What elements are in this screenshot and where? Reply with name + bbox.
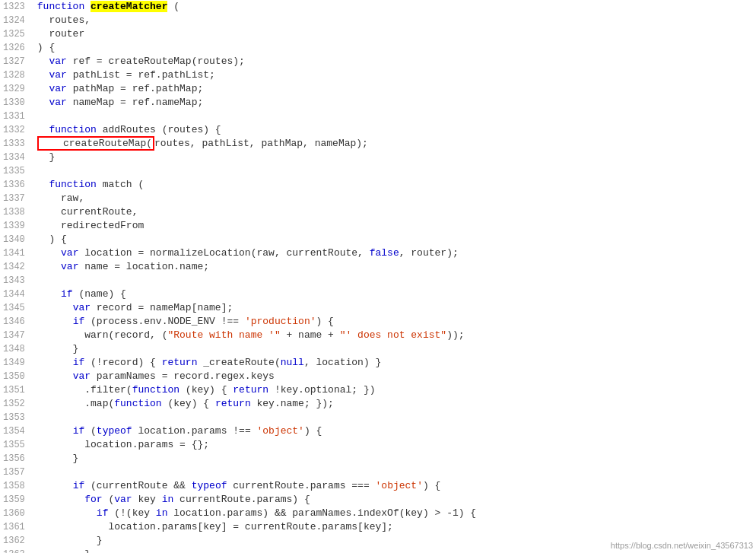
table-row: 1347 warn(record, ("Route with name '" +… — [0, 329, 756, 342]
table-row: 1323function createMatcher ( — [0, 0, 756, 14]
line-number: 1348 — [0, 342, 34, 356]
line-content: if (!(key in location.params) && paramNa… — [34, 507, 756, 520]
line-number: 1338 — [0, 205, 34, 219]
table-row: 1348 } — [0, 342, 756, 356]
line-content: var record = nameMap[name]; — [34, 301, 756, 315]
line-content — [34, 466, 756, 479]
line-number: 1359 — [0, 493, 34, 507]
table-row: 1326) { — [0, 41, 756, 55]
line-number: 1356 — [0, 452, 34, 466]
line-number: 1326 — [0, 41, 34, 55]
table-row: 1353 — [0, 411, 756, 424]
line-content: var name = location.name; — [34, 260, 756, 274]
table-row: 1334 } — [0, 151, 756, 164]
line-number: 1362 — [0, 534, 34, 548]
line-content — [34, 164, 756, 178]
line-content: function addRoutes (routes) { — [34, 123, 756, 137]
line-content: var ref = createRouteMap(routes); — [34, 55, 756, 68]
line-content: if (!record) { return _createRoute(null,… — [34, 356, 756, 370]
line-content: currentRoute, — [34, 205, 756, 219]
line-number: 1343 — [0, 274, 34, 288]
line-number: 1351 — [0, 383, 34, 397]
table-row: 1335 — [0, 164, 756, 178]
table-row: 1324 routes, — [0, 14, 756, 27]
line-content: var pathList = ref.pathList; — [34, 68, 756, 82]
line-number: 1363 — [0, 548, 34, 553]
line-content: var location = normalizeLocation(raw, cu… — [34, 246, 756, 260]
line-content: for (var key in currentRoute.params) { — [34, 493, 756, 507]
line-number: 1339 — [0, 219, 34, 233]
line-content: var pathMap = ref.pathMap; — [34, 82, 756, 96]
line-content: createRouteMap(routes, pathList, pathMap… — [34, 137, 756, 151]
line-content: function match ( — [34, 178, 756, 192]
table-row: 1340 ) { — [0, 233, 756, 246]
line-content: location.params[key] = currentRoute.para… — [34, 520, 756, 534]
line-content: ) { — [34, 41, 756, 55]
line-content — [34, 274, 756, 288]
line-number: 1353 — [0, 411, 34, 424]
table-row: 1357 — [0, 466, 756, 479]
table-row: 1329 var pathMap = ref.pathMap; — [0, 82, 756, 96]
table-row: 1349 if (!record) { return _createRoute(… — [0, 356, 756, 370]
line-number: 1345 — [0, 301, 34, 315]
line-content: } — [34, 151, 756, 164]
line-content: } — [34, 452, 756, 466]
line-number: 1332 — [0, 123, 34, 137]
line-content: redirectedFrom — [34, 219, 756, 233]
table-row: 1328 var pathList = ref.pathList; — [0, 68, 756, 82]
line-content: if (currentRoute && typeof currentRoute.… — [34, 479, 756, 493]
line-content — [34, 411, 756, 424]
table-row: 1354 if (typeof location.params !== 'obj… — [0, 424, 756, 438]
table-row: 1343 — [0, 274, 756, 288]
line-number: 1327 — [0, 55, 34, 68]
table-row: 1352 .map(function (key) { return key.na… — [0, 397, 756, 411]
line-number: 1358 — [0, 479, 34, 493]
line-number: 1342 — [0, 260, 34, 274]
table-row: 1339 redirectedFrom — [0, 219, 756, 233]
line-number: 1361 — [0, 520, 34, 534]
line-number: 1325 — [0, 27, 34, 41]
line-content: function createMatcher ( — [34, 0, 756, 14]
line-number: 1335 — [0, 164, 34, 178]
table-row: 1346 if (process.env.NODE_ENV !== 'produ… — [0, 315, 756, 329]
line-content: location.params = {}; — [34, 438, 756, 452]
line-number: 1355 — [0, 438, 34, 452]
table-row: 1361 location.params[key] = currentRoute… — [0, 520, 756, 534]
table-row: 1336 function match ( — [0, 178, 756, 192]
line-number: 1330 — [0, 96, 34, 110]
table-row: 1355 location.params = {}; — [0, 438, 756, 452]
table-row: 1331 — [0, 110, 756, 123]
line-content: if (name) { — [34, 288, 756, 301]
line-content: routes, — [34, 14, 756, 27]
table-row: 1356 } — [0, 452, 756, 466]
table-row: 1327 var ref = createRouteMap(routes); — [0, 55, 756, 68]
line-number: 1331 — [0, 110, 34, 123]
line-number: 1337 — [0, 192, 34, 205]
line-number: 1346 — [0, 315, 34, 329]
table-row: 1358 if (currentRoute && typeof currentR… — [0, 479, 756, 493]
line-content: var paramNames = record.regex.keys — [34, 370, 756, 383]
line-number: 1324 — [0, 14, 34, 27]
line-number: 1334 — [0, 151, 34, 164]
table-row: 1333 createRouteMap(routes, pathList, pa… — [0, 137, 756, 151]
line-number: 1347 — [0, 329, 34, 342]
table-row: 1344 if (name) { — [0, 288, 756, 301]
line-number: 1360 — [0, 507, 34, 520]
line-content: raw, — [34, 192, 756, 205]
line-content: .map(function (key) { return key.name; }… — [34, 397, 756, 411]
line-number: 1333 — [0, 137, 34, 151]
line-content: warn(record, ("Route with name '" + name… — [34, 329, 756, 342]
table-row: 1351 .filter(function (key) { return !ke… — [0, 383, 756, 397]
table-row: 1341 var location = normalizeLocation(ra… — [0, 246, 756, 260]
table-row: 1325 router — [0, 27, 756, 41]
line-content: router — [34, 27, 756, 41]
table-row: 1338 currentRoute, — [0, 205, 756, 219]
table-row: 1359 for (var key in currentRoute.params… — [0, 493, 756, 507]
watermark: https://blog.csdn.net/weixin_43567313 — [611, 541, 753, 550]
table-row: 1332 function addRoutes (routes) { — [0, 123, 756, 137]
table-row: 1342 var name = location.name; — [0, 260, 756, 274]
line-number: 1350 — [0, 370, 34, 383]
line-number: 1349 — [0, 356, 34, 370]
line-number: 1357 — [0, 466, 34, 479]
line-number: 1354 — [0, 424, 34, 438]
